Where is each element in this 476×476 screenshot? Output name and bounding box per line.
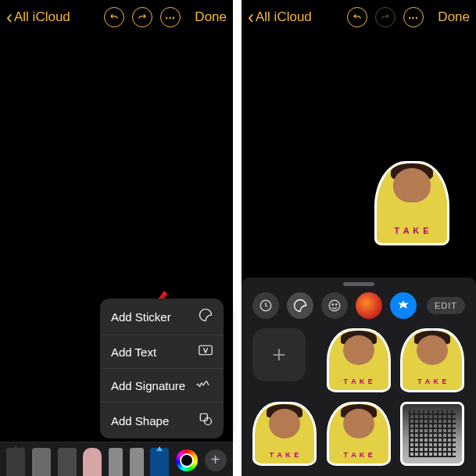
back-button[interactable]: ‹ All iCloud [248,6,347,28]
more-button[interactable]: ⋯ [160,7,181,27]
ellipsis-icon: ⋯ [408,12,419,23]
plus-button[interactable]: + [205,449,227,471]
nav-icons: ⋯ Done [104,7,227,27]
sticker-thumbnail[interactable]: T A K E [252,402,317,466]
memoji-tab[interactable] [356,292,382,319]
add-popover: Add Sticker Add Text Add Signature Add S… [100,299,224,438]
svg-rect-1 [200,413,207,421]
lasso-tool[interactable] [109,448,123,476]
shape-icon [195,412,213,429]
edit-button[interactable]: EDIT [427,297,465,314]
sticker-icon [195,308,213,325]
svg-point-6 [336,304,338,306]
redo-button [375,7,395,27]
plus-icon: + [272,342,286,368]
sticker-thumbnail[interactable]: T A K E [327,328,391,392]
color-picker[interactable] [176,449,198,471]
sticker-thumbnail[interactable] [400,402,464,466]
svg-point-2 [205,418,212,425]
redo-button[interactable] [132,7,152,27]
right-phone-screen: ‹ All iCloud ⋯ Done T A K E [242,0,476,476]
popover-label: Add Shape [111,414,169,428]
plus-icon: + [211,451,220,469]
chevron-left-icon: ‹ [6,6,13,28]
pen-tool[interactable] [6,448,25,476]
svg-point-4 [329,300,340,311]
sticker-drawer: EDIT + T A K E T A K E T A K E T A K E [242,277,476,476]
back-button[interactable]: ‹ All iCloud [6,6,104,28]
back-label: All iCloud [14,9,70,25]
more-button[interactable]: ⋯ [403,7,424,27]
pencil-tool[interactable] [58,448,77,476]
top-nav: ‹ All iCloud ⋯ Done [242,0,476,34]
add-text-item[interactable]: Add Text [100,335,224,369]
svg-point-5 [332,304,334,306]
top-nav: ‹ All iCloud ⋯ Done [0,0,233,34]
drawer-handle[interactable] [343,282,374,286]
drawer-tabs: EDIT [242,292,476,328]
text-icon [195,345,213,359]
add-shape-item[interactable]: Add Shape [100,403,224,438]
signature-icon [195,378,213,392]
add-signature-item[interactable]: Add Signature [100,369,224,403]
popover-label: Add Signature [111,379,185,392]
done-button[interactable]: Done [195,9,227,25]
add-sticker-item[interactable]: Add Sticker [100,299,224,335]
sticker-thumbnail[interactable]: T A K E [327,402,391,466]
undo-button[interactable] [347,7,367,27]
undo-button[interactable] [104,7,124,27]
left-phone-screen: ‹ All iCloud ⋯ Done Add Sticker [0,0,233,476]
sticker-grid: + T A K E T A K E T A K E T A K E [242,328,476,466]
eraser-tool[interactable] [83,448,102,476]
highlighter-tool[interactable] [150,448,169,476]
ellipsis-icon: ⋯ [165,12,176,23]
done-button[interactable]: Done [438,9,470,25]
nav-icons: ⋯ Done [347,7,470,27]
emoji-tab[interactable] [321,292,348,319]
back-label: All iCloud [256,9,312,25]
popover-label: Add Sticker [111,310,171,324]
sticker-text: T A K E [377,226,447,235]
add-sticker-tile[interactable]: + [252,328,306,381]
ruler-tool[interactable] [130,448,144,476]
sticker-thumbnail[interactable]: T A K E [400,328,464,392]
appstore-tab[interactable] [390,292,417,319]
marker-tool[interactable] [32,448,51,476]
stickers-tab[interactable] [287,292,313,319]
chevron-left-icon: ‹ [248,6,254,28]
placed-sticker[interactable]: T A K E [374,161,449,245]
markup-toolbar: + [0,442,233,476]
recents-tab[interactable] [252,292,279,319]
popover-label: Add Text [111,345,156,359]
